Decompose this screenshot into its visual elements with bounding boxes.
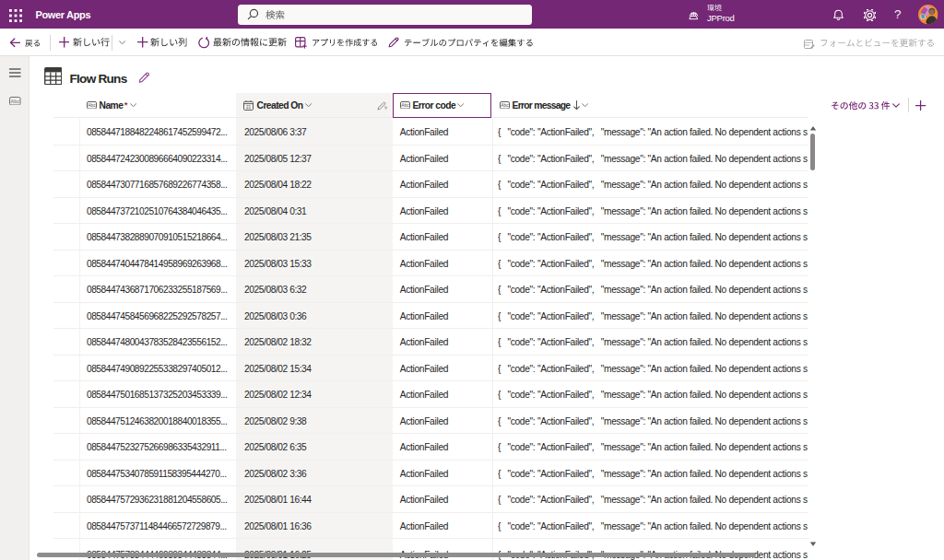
svg-text:Abc: Abc — [401, 103, 409, 108]
svg-text:21: 21 — [245, 104, 251, 109]
svg-text:Abc: Abc — [88, 103, 96, 108]
svg-text:Abc: Abc — [501, 103, 509, 108]
